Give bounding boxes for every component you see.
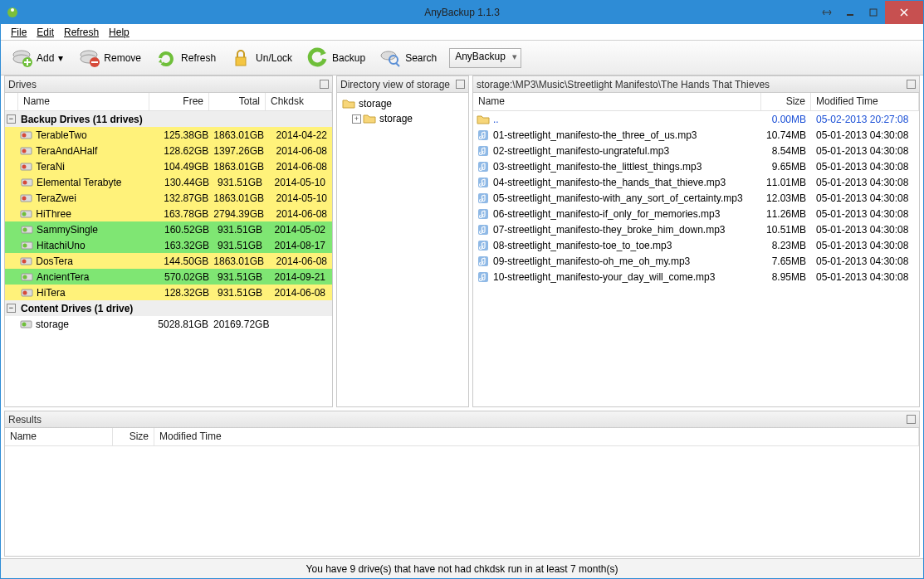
drive-icon	[20, 224, 33, 236]
drive-row[interactable]: TerableTwo 125.38GB 1863.01GB 2014-04-22	[5, 127, 332, 143]
col-free[interactable]: Free	[149, 93, 209, 110]
col-res-mod[interactable]: Modified Time	[154, 428, 919, 445]
add-icon	[10, 46, 33, 70]
music-icon	[477, 224, 490, 236]
col-res-name[interactable]: Name	[5, 428, 113, 445]
svg-point-21	[22, 181, 27, 185]
panel-collapse-icon[interactable]	[907, 415, 916, 424]
results-grid[interactable]	[5, 446, 919, 556]
drive-row[interactable]: DosTera 144.50GB 1863.01GB 2014-06-08	[5, 253, 332, 269]
drive-row[interactable]: SammySingle 160.52GB 931.51GB 2014-05-02	[5, 221, 332, 237]
svg-point-1	[11, 8, 14, 12]
expand-icon[interactable]: +	[352, 114, 361, 124]
add-button[interactable]: Add ▾	[4, 42, 70, 74]
search-label: Search	[405, 52, 437, 64]
drive-row[interactable]: TeraNi 104.49GB 1863.01GB 2014-06-08	[5, 158, 332, 174]
folder-icon	[363, 113, 376, 124]
drives-grid[interactable]: −Backup Drives (11 drives) TerableTwo 12…	[5, 111, 332, 406]
drive-row[interactable]: TeraZwei 132.87GB 1863.01GB 2014-05-10	[5, 190, 332, 206]
menu-refresh[interactable]: Refresh	[59, 25, 104, 40]
close-button[interactable]	[885, 1, 923, 24]
drive-icon	[20, 208, 32, 220]
drive-row[interactable]: storage 5028.81GB 20169.72GB	[5, 316, 332, 332]
panel-collapse-icon[interactable]	[320, 80, 329, 89]
file-row[interactable]: 03-streetlight_manifesto-the_littlest_th…	[473, 158, 919, 174]
search-button[interactable]: Search	[373, 42, 442, 74]
drives-panel: Drives Name Free Total Chkdsk −Backup Dr…	[4, 75, 333, 407]
directory-tree[interactable]: storage + storage	[337, 93, 468, 406]
chevron-down-icon[interactable]: ▾	[57, 52, 64, 64]
svg-point-19	[22, 165, 27, 169]
refresh-button[interactable]: Refresh	[149, 42, 222, 74]
files-panel: storage:\MP3\Music\Streetlight Manifesto…	[472, 75, 920, 407]
col-total[interactable]: Total	[209, 93, 266, 110]
file-row[interactable]: 07-streetlight_manifesto-they_broke_him_…	[473, 221, 919, 237]
svg-point-25	[22, 212, 27, 217]
drives-column-header: Name Free Total Chkdsk	[5, 93, 332, 111]
group-backup-drives[interactable]: −Backup Drives (11 drives)	[5, 111, 332, 127]
file-row[interactable]: 10-streetlight_manifesto-your_day_will_c…	[473, 269, 919, 285]
col-file-name[interactable]: Name	[473, 93, 761, 110]
status-text: You have 9 drive(s) that have not had ch…	[306, 563, 618, 575]
svg-point-37	[22, 323, 27, 327]
backup-button[interactable]: Backup	[300, 42, 371, 74]
file-up-row[interactable]: .. 0.00MB 05-02-2013 20:27:08	[473, 111, 919, 127]
drive-icon	[20, 240, 33, 251]
drive-icon	[20, 271, 33, 283]
menu-edit[interactable]: Edit	[32, 25, 59, 40]
svg-point-31	[22, 260, 27, 264]
drive-row[interactable]: HitachiUno 163.32GB 931.51GB 2014-08-17	[5, 237, 332, 253]
unlock-button[interactable]: Un/Lock	[223, 42, 298, 74]
file-row[interactable]: 08-streetlight_manifesto-toe_to_toe.mp3 …	[473, 237, 919, 253]
menu-help[interactable]: Help	[104, 25, 134, 40]
backup-selector[interactable]: AnyBackup	[449, 48, 521, 68]
music-icon	[477, 208, 490, 220]
drive-icon	[20, 255, 32, 267]
drive-icon	[20, 177, 33, 188]
tree-node-root[interactable]: storage	[342, 96, 463, 111]
col-name[interactable]: Name	[18, 93, 149, 110]
music-icon	[477, 240, 490, 251]
toolbar: Add ▾ Remove Refresh Un/Lock Backup Sear…	[1, 41, 923, 75]
maximize-button[interactable]	[862, 1, 885, 24]
svg-point-23	[22, 197, 27, 201]
results-panel: Results Name Size Modified Time	[4, 411, 920, 557]
col-chkdsk[interactable]: Chkdsk	[266, 93, 332, 110]
file-row[interactable]: 09-streetlight_manifesto-oh_me_oh_my.mp3…	[473, 253, 919, 269]
file-row[interactable]: 04-streetlight_manifesto-the_hands_that_…	[473, 174, 919, 190]
music-icon	[477, 271, 490, 283]
col-file-mod[interactable]: Modified Time	[811, 93, 919, 110]
svg-point-15	[22, 134, 27, 138]
group-content-drives[interactable]: −Content Drives (1 drive)	[5, 300, 332, 316]
titlebar: AnyBackup 1.1.3	[1, 1, 923, 24]
drive-row[interactable]: Elemental Terabyte 130.44GB 931.51GB 201…	[5, 174, 332, 190]
lock-icon	[229, 46, 252, 70]
tree-node-child[interactable]: + storage	[342, 111, 463, 126]
resize-handle-icon[interactable]	[815, 1, 838, 24]
file-row[interactable]: 06-streetlight_manifesto-if_only_for_mem…	[473, 206, 919, 221]
file-row[interactable]: 02-streetlight_manifesto-ungrateful.mp3 …	[473, 143, 919, 158]
panel-collapse-icon[interactable]	[907, 80, 916, 89]
file-row[interactable]: 05-streetlight_manifesto-with_any_sort_o…	[473, 190, 919, 206]
svg-point-35	[22, 291, 27, 295]
remove-button[interactable]: Remove	[71, 42, 147, 74]
tree-title: Directory view of storage	[340, 79, 450, 90]
drive-row[interactable]: TeraAndAHalf 128.62GB 1397.26GB 2014-06-…	[5, 143, 332, 158]
backup-icon	[306, 46, 329, 70]
minimize-button[interactable]	[838, 1, 862, 24]
drive-row[interactable]: AncientTera 570.02GB 931.51GB 2014-09-21	[5, 269, 332, 285]
drive-row[interactable]: HiTera 128.32GB 931.51GB 2014-06-08	[5, 285, 332, 300]
menu-file[interactable]: File	[6, 25, 32, 40]
app-icon	[6, 6, 19, 19]
col-file-size[interactable]: Size	[761, 93, 811, 110]
folder-open-icon	[342, 98, 355, 109]
panel-collapse-icon[interactable]	[456, 80, 465, 89]
col-res-size[interactable]: Size	[113, 428, 154, 445]
files-grid[interactable]: .. 0.00MB 05-02-2013 20:27:08 01-streetl…	[473, 111, 919, 406]
backup-label: Backup	[332, 52, 365, 64]
drive-row[interactable]: HiThree 163.78GB 2794.39GB 2014-06-08	[5, 206, 332, 221]
results-title: Results	[8, 414, 42, 426]
music-icon	[477, 192, 490, 204]
remove-icon	[77, 46, 100, 70]
file-row[interactable]: 01-streetlight_manifesto-the_three_of_us…	[473, 127, 919, 143]
